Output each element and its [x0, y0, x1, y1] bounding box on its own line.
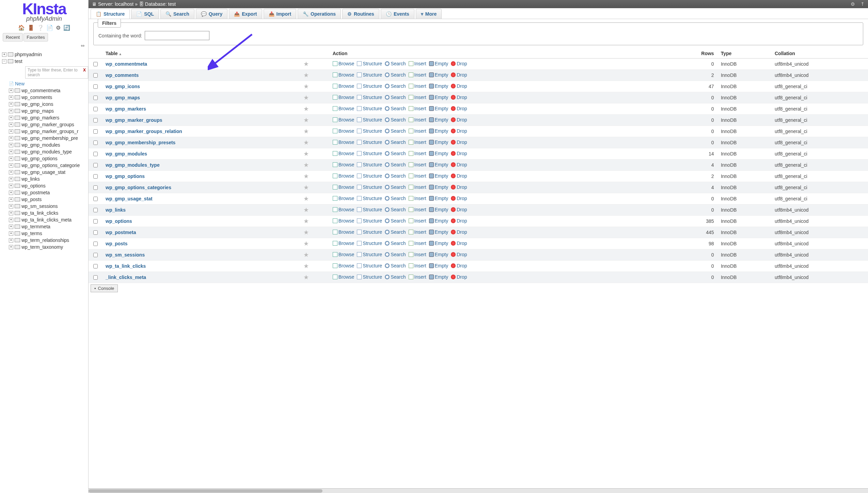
favorite-star-icon[interactable]: ★ — [303, 61, 309, 67]
browse-action[interactable]: Browse — [333, 117, 354, 122]
tree-table-wp_gmp_usage_stat[interactable]: +wp_gmp_usage_stat — [9, 169, 88, 176]
insert-action[interactable]: Insert — [409, 128, 426, 134]
structure-action[interactable]: Structure — [357, 151, 382, 156]
row-checkbox[interactable] — [93, 141, 98, 145]
empty-action[interactable]: Empty — [429, 106, 448, 111]
row-checkbox[interactable] — [93, 84, 98, 89]
table-name-link[interactable]: wp_postmeta — [106, 230, 136, 235]
row-checkbox[interactable] — [93, 174, 98, 179]
expand-icon[interactable]: + — [9, 231, 13, 236]
tree-filter-input[interactable]: Type to filter these, Enter to search X — [25, 66, 88, 79]
tree-table-wp_gmp_marker_groups_r[interactable]: +wp_gmp_marker_groups_r — [9, 128, 88, 135]
structure-action[interactable]: Structure — [357, 241, 382, 246]
favorite-star-icon[interactable]: ★ — [303, 274, 309, 281]
expand-icon[interactable]: + — [9, 170, 13, 175]
browse-action[interactable]: Browse — [333, 128, 354, 134]
structure-action[interactable]: Structure — [357, 252, 382, 257]
structure-action[interactable]: Structure — [357, 72, 382, 78]
search-action[interactable]: Search — [385, 263, 406, 268]
insert-action[interactable]: Insert — [409, 117, 426, 122]
table-name-link[interactable]: wp_gmp_maps — [106, 95, 140, 100]
browse-action[interactable]: Browse — [333, 218, 354, 224]
row-checkbox[interactable] — [93, 118, 98, 122]
tree-table-wp_termmeta[interactable]: +wp_termmeta — [9, 223, 88, 230]
structure-action[interactable]: Structure — [357, 173, 382, 179]
drop-action[interactable]: Drop — [451, 139, 467, 145]
favorite-star-icon[interactable]: ★ — [303, 162, 309, 168]
insert-action[interactable]: Insert — [409, 139, 426, 145]
row-checkbox[interactable] — [93, 230, 98, 235]
home-icon[interactable]: 🏠 — [18, 25, 25, 31]
drop-action[interactable]: Drop — [451, 252, 467, 257]
empty-action[interactable]: Empty — [429, 274, 448, 280]
table-name-link[interactable]: wp_gmp_usage_stat — [106, 196, 153, 201]
tab-operations[interactable]: 🔧Operations — [298, 9, 341, 19]
favorite-star-icon[interactable]: ★ — [303, 184, 309, 191]
search-action[interactable]: Search — [385, 139, 406, 145]
col-collation[interactable]: Collation — [771, 49, 868, 59]
search-action[interactable]: Search — [385, 117, 406, 122]
drop-action[interactable]: Drop — [451, 241, 467, 246]
col-rows[interactable]: Rows — [671, 49, 717, 59]
drop-action[interactable]: Drop — [451, 162, 467, 167]
structure-action[interactable]: Structure — [357, 83, 382, 89]
search-action[interactable]: Search — [385, 83, 406, 89]
insert-action[interactable]: Insert — [409, 252, 426, 257]
tree-table-wp_gmp_modules_type[interactable]: +wp_gmp_modules_type — [9, 148, 88, 155]
logout-icon[interactable]: 🚪 — [28, 25, 34, 31]
drop-action[interactable]: Drop — [451, 151, 467, 156]
row-checkbox[interactable] — [93, 242, 98, 246]
insert-action[interactable]: Insert — [409, 207, 426, 212]
search-action[interactable]: Search — [385, 229, 406, 235]
tab-favorites[interactable]: Favorites — [23, 33, 48, 42]
row-checkbox[interactable] — [93, 163, 98, 167]
table-name-link[interactable]: wp_sm_sessions — [106, 252, 145, 258]
table-name-link[interactable]: wp_gmp_options_categories — [106, 185, 171, 190]
expand-icon[interactable]: + — [9, 197, 13, 202]
favorite-star-icon[interactable]: ★ — [303, 229, 309, 236]
tree-table-wp_gmp_membership_pre[interactable]: +wp_gmp_membership_pre — [9, 135, 88, 142]
expand-icon[interactable]: + — [9, 245, 13, 249]
favorite-star-icon[interactable]: ★ — [303, 218, 309, 225]
search-action[interactable]: Search — [385, 61, 406, 66]
structure-action[interactable]: Structure — [357, 184, 382, 190]
tree-root-phpmyadmin[interactable]: + phpmyadmin — [2, 51, 88, 58]
structure-action[interactable]: Structure — [357, 196, 382, 201]
row-checkbox[interactable] — [93, 152, 98, 156]
table-name-link[interactable]: wp_gmp_marker_groups — [106, 117, 162, 123]
tab-query[interactable]: 💬Query — [196, 9, 227, 19]
tree-table-wp_postmeta[interactable]: +wp_postmeta — [9, 189, 88, 196]
tree-table-wp_comments[interactable]: +wp_comments — [9, 94, 88, 101]
row-checkbox[interactable] — [93, 107, 98, 111]
horizontal-scrollbar[interactable] — [89, 488, 868, 493]
empty-action[interactable]: Empty — [429, 263, 448, 268]
favorite-star-icon[interactable]: ★ — [303, 105, 309, 112]
search-action[interactable]: Search — [385, 252, 406, 257]
browse-action[interactable]: Browse — [333, 229, 354, 235]
table-name-link[interactable]: wp_gmp_membership_presets — [106, 140, 175, 145]
search-action[interactable]: Search — [385, 95, 406, 100]
empty-action[interactable]: Empty — [429, 229, 448, 235]
row-checkbox[interactable] — [93, 264, 98, 268]
tree-table-wp_gmp_marker_groups[interactable]: +wp_gmp_marker_groups — [9, 121, 88, 128]
expand-icon[interactable]: + — [9, 238, 13, 243]
tree-table-wp_term_relationships[interactable]: +wp_term_relationships — [9, 237, 88, 244]
search-action[interactable]: Search — [385, 196, 406, 201]
row-checkbox[interactable] — [93, 253, 98, 257]
tree-table-wp_gmp_options_categorie[interactable]: +wp_gmp_options_categorie — [9, 162, 88, 169]
tree-table-wp_gmp_icons[interactable]: +wp_gmp_icons — [9, 101, 88, 108]
insert-action[interactable]: Insert — [409, 218, 426, 224]
insert-action[interactable]: Insert — [409, 151, 426, 156]
browse-action[interactable]: Browse — [333, 263, 354, 268]
insert-action[interactable]: Insert — [409, 162, 426, 167]
col-table[interactable]: Table — [102, 49, 300, 59]
drop-action[interactable]: Drop — [451, 184, 467, 190]
favorite-star-icon[interactable]: ★ — [303, 139, 309, 146]
insert-action[interactable]: Insert — [409, 106, 426, 111]
drop-action[interactable]: Drop — [451, 196, 467, 201]
expand-icon[interactable]: + — [9, 129, 13, 134]
tree-table-wp_term_taxonomy[interactable]: +wp_term_taxonomy — [9, 244, 88, 250]
drop-action[interactable]: Drop — [451, 218, 467, 224]
row-checkbox[interactable] — [93, 275, 98, 280]
structure-action[interactable]: Structure — [357, 218, 382, 224]
